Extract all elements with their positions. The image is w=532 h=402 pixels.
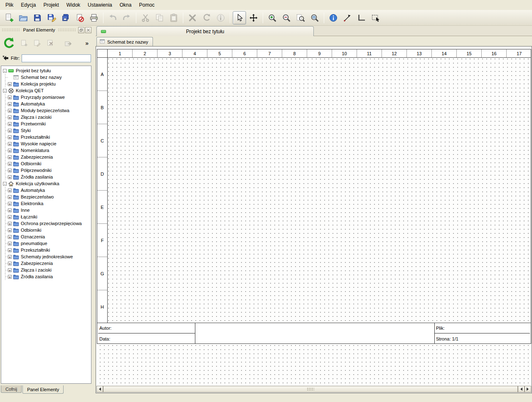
tree-item[interactable]: +Przyrządy pomiarowe (1, 94, 91, 100)
diagram-properties-button[interactable] (327, 11, 340, 25)
tree-expander[interactable]: + (8, 215, 12, 219)
panel-tab-panel-elementy[interactable]: Panel Elementy (22, 385, 64, 394)
zoom-reset-button[interactable] (308, 11, 321, 25)
tree-expander[interactable]: + (8, 268, 12, 272)
tree-expander[interactable]: + (8, 155, 12, 159)
scroll-left-button[interactable] (96, 386, 103, 392)
tree-item[interactable]: +pneumatique (1, 240, 91, 247)
tree-expander[interactable]: + (8, 255, 12, 259)
reload-collections-button[interactable] (2, 36, 17, 51)
save-all-button[interactable] (59, 11, 72, 25)
tree-expander[interactable]: + (8, 142, 12, 146)
tree-item[interactable]: +Bezpieczeństwo (1, 194, 91, 200)
tree-expander[interactable]: + (8, 162, 12, 166)
print-button[interactable] (87, 11, 101, 25)
panel-header[interactable]: Panel Elementy (0, 26, 93, 34)
project-tab[interactable]: Projekt bez tytułu (96, 26, 314, 36)
tree-item[interactable]: -Kolekcja QET (1, 87, 91, 94)
tree-item[interactable]: +Przetworniki (1, 120, 91, 127)
tree-expander[interactable]: + (8, 96, 12, 99)
tree-item[interactable]: -Kolekcja użytkownika (1, 180, 91, 187)
tree-item[interactable]: +Styki (1, 127, 91, 134)
scroll-right-button[interactable] (525, 386, 531, 392)
tree-item[interactable]: -Projekt bez tytułu (1, 67, 91, 74)
tree-item[interactable]: +Nomenklatura (1, 147, 91, 154)
tree-item[interactable]: +Złącza i zaciski (1, 114, 91, 120)
tree-item[interactable]: +Przekształtniki (1, 134, 91, 140)
add-conductor-button[interactable] (341, 11, 354, 25)
tree-expander[interactable]: - (3, 89, 7, 93)
close-file-button[interactable] (73, 11, 86, 25)
schema-tab[interactable]: Schemat bez nazwy (96, 37, 153, 46)
tree-expander[interactable]: + (8, 175, 12, 179)
tree-expander[interactable]: + (8, 275, 12, 279)
tree-expander[interactable]: + (8, 82, 12, 86)
tree-expander[interactable]: + (8, 242, 12, 245)
tree-item[interactable]: +Automatyka (1, 187, 91, 194)
tree-expander[interactable]: - (3, 69, 7, 73)
conductor-corner-button[interactable] (355, 11, 368, 25)
tree-item[interactable]: +Półprzewodniki (1, 167, 91, 174)
menu-plik[interactable]: Plik (2, 0, 17, 10)
tree-item[interactable]: +Złącza i zaciski (1, 267, 91, 273)
horizontal-scrollbar[interactable] (96, 386, 531, 392)
tree-item[interactable]: +Odbiorniki (1, 227, 91, 233)
scrollbar-thumb[interactable] (103, 386, 518, 392)
zoom-in-button[interactable] (266, 11, 279, 25)
tree-expander[interactable]: + (8, 129, 12, 132)
tree-item[interactable]: +Wysokie napięcie (1, 140, 91, 147)
menu-edycja[interactable]: Edycja (17, 0, 39, 10)
tree-expander[interactable]: + (8, 135, 12, 139)
tree-expander[interactable]: + (8, 208, 12, 212)
close-panel-button[interactable] (85, 27, 91, 33)
float-panel-button[interactable] (78, 27, 84, 33)
tree-item[interactable]: +Łączniki (1, 213, 91, 220)
new-project-button[interactable] (2, 11, 16, 25)
filter-input[interactable] (22, 54, 91, 62)
menu-widok[interactable]: Widok (63, 0, 84, 10)
tree-expander[interactable]: + (8, 115, 12, 119)
menu-okna[interactable]: Okna (116, 0, 135, 10)
tree-item[interactable]: +Źródła zasilania (1, 174, 91, 180)
save-as-button[interactable] (45, 11, 58, 25)
menu-projekt[interactable]: Projekt (39, 0, 62, 10)
panel-tab-cofnij[interactable]: Cofnij (1, 385, 22, 393)
tree-item[interactable]: +Moduły bezpieczeństwa (1, 107, 91, 114)
tree-expander[interactable]: + (8, 248, 12, 252)
save-button[interactable] (31, 11, 44, 25)
tree-item[interactable]: +Zabezpieczenia (1, 154, 91, 160)
tree-expander[interactable]: + (8, 109, 12, 113)
tree-expander[interactable]: + (8, 189, 12, 192)
clear-filter-icon[interactable] (2, 55, 9, 61)
tree-item[interactable]: +Źródła zasilania (1, 273, 91, 280)
tree-expander[interactable]: + (8, 235, 12, 239)
title-block[interactable]: Autor: Data: Plik: Strona: 1/1 (97, 323, 531, 343)
tree-item[interactable]: +Przekształtniki (1, 247, 91, 253)
tree-expander[interactable]: + (8, 149, 12, 152)
tree-expander[interactable]: + (8, 228, 12, 232)
tree-expander[interactable]: + (8, 222, 12, 226)
selection-mode-button[interactable] (233, 11, 246, 25)
tree-expander[interactable]: + (8, 102, 12, 106)
tree-item[interactable]: +Automatyka (1, 100, 91, 107)
menu-pomoc[interactable]: Pomoc (135, 0, 158, 10)
tree-expander[interactable]: - (3, 182, 7, 186)
tree-item[interactable]: +Kolekcja projektu (1, 81, 91, 87)
tree-item[interactable]: Schemat bez nazwy (1, 74, 91, 81)
tree-expander[interactable]: + (8, 122, 12, 126)
zoom-fit-button[interactable] (294, 11, 307, 25)
tree-item[interactable]: +Inne (1, 207, 91, 213)
open-project-button[interactable] (17, 11, 30, 25)
pan-mode-button[interactable] (247, 11, 260, 25)
tree-item[interactable]: +Schematy jednokreskowe (1, 253, 91, 260)
zoom-out-button[interactable] (280, 11, 293, 25)
tree-item[interactable]: +Odbiorniki (1, 160, 91, 167)
tree-expander[interactable]: + (8, 195, 12, 199)
diagram-scene[interactable]: 1234567891011121314151617 ABCDEFGH Autor… (96, 47, 531, 387)
tree-item[interactable]: +Elektronika (1, 200, 91, 207)
tree-item[interactable]: +Oznaczenia (1, 233, 91, 240)
tree-item[interactable]: +Zabezpieczenia (1, 260, 91, 267)
scroll-left-secondary-button[interactable] (518, 386, 525, 392)
tree-expander[interactable]: + (8, 262, 12, 265)
tree-expander[interactable]: + (8, 202, 12, 206)
